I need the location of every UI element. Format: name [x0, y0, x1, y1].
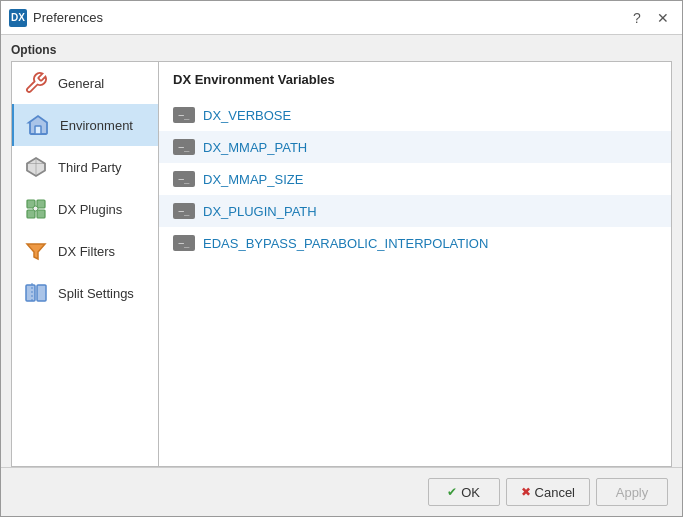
env-name-1: DX_MMAP_PATH — [203, 140, 307, 155]
terminal-icon-1: ‒_ — [173, 139, 195, 155]
sidebar-item-splitsettings[interactable]: Split Settings — [12, 272, 158, 314]
title-bar: DX Preferences ? ✕ — [1, 1, 682, 35]
sidebar-label-thirdparty: Third Party — [58, 160, 122, 175]
cancel-label: Cancel — [535, 485, 575, 500]
title-bar-left: DX Preferences — [9, 9, 103, 27]
terminal-icon-2: ‒_ — [173, 171, 195, 187]
svg-rect-4 — [37, 210, 45, 218]
env-item-3[interactable]: ‒_ DX_PLUGIN_PATH — [159, 195, 671, 227]
sidebar-item-general[interactable]: General — [12, 62, 158, 104]
puzzle-icon — [22, 195, 50, 223]
preferences-dialog: DX Preferences ? ✕ Options General — [0, 0, 683, 517]
dialog-title: Preferences — [33, 10, 103, 25]
env-name-4: EDAS_BYPASS_PARABOLIC_INTERPOLATION — [203, 236, 488, 251]
close-button[interactable]: ✕ — [652, 7, 674, 29]
svg-point-5 — [33, 206, 38, 211]
cancel-icon: ✖ — [521, 485, 531, 499]
main-panel: DX Environment Variables ‒_ DX_VERBOSE ‒… — [159, 61, 672, 467]
help-button[interactable]: ? — [626, 7, 648, 29]
sidebar-item-dxfilters[interactable]: DX Filters — [12, 230, 158, 272]
content-area: General Environment — [1, 61, 682, 467]
sidebar: General Environment — [11, 61, 159, 467]
sidebar-item-environment[interactable]: Environment — [12, 104, 158, 146]
home-icon — [24, 111, 52, 139]
env-item-2[interactable]: ‒_ DX_MMAP_SIZE — [159, 163, 671, 195]
apply-label: Apply — [616, 485, 649, 500]
env-name-0: DX_VERBOSE — [203, 108, 291, 123]
env-name-2: DX_MMAP_SIZE — [203, 172, 303, 187]
title-bar-right: ? ✕ — [626, 7, 674, 29]
split-icon — [22, 279, 50, 307]
terminal-icon-4: ‒_ — [173, 235, 195, 251]
sidebar-label-splitsettings: Split Settings — [58, 286, 134, 301]
ok-button[interactable]: ✔ OK — [428, 478, 500, 506]
options-label: Options — [1, 35, 682, 61]
svg-rect-3 — [27, 210, 35, 218]
sidebar-item-thirdparty[interactable]: Third Party — [12, 146, 158, 188]
sidebar-label-dxplugins: DX Plugins — [58, 202, 122, 217]
terminal-icon-0: ‒_ — [173, 107, 195, 123]
apply-button[interactable]: Apply — [596, 478, 668, 506]
sidebar-label-dxfilters: DX Filters — [58, 244, 115, 259]
svg-rect-8 — [37, 285, 46, 301]
panel-title: DX Environment Variables — [159, 62, 671, 95]
cube-icon — [22, 153, 50, 181]
env-item-0[interactable]: ‒_ DX_VERBOSE — [159, 99, 671, 131]
env-name-3: DX_PLUGIN_PATH — [203, 204, 317, 219]
svg-rect-7 — [26, 285, 35, 301]
filter-icon — [22, 237, 50, 265]
env-item-4[interactable]: ‒_ EDAS_BYPASS_PARABOLIC_INTERPOLATION — [159, 227, 671, 259]
wrench-icon — [22, 69, 50, 97]
ok-icon: ✔ — [447, 485, 457, 499]
svg-marker-6 — [27, 244, 45, 259]
ok-label: OK — [461, 485, 480, 500]
dialog-body: Options General — [1, 35, 682, 467]
env-item-1[interactable]: ‒_ DX_MMAP_PATH — [159, 131, 671, 163]
sidebar-label-environment: Environment — [60, 118, 133, 133]
svg-rect-0 — [35, 126, 41, 134]
cancel-button[interactable]: ✖ Cancel — [506, 478, 590, 506]
sidebar-label-general: General — [58, 76, 104, 91]
env-list: ‒_ DX_VERBOSE ‒_ DX_MMAP_PATH ‒_ — [159, 95, 671, 466]
terminal-icon-3: ‒_ — [173, 203, 195, 219]
app-icon: DX — [9, 9, 27, 27]
dialog-footer: ✔ OK ✖ Cancel Apply — [1, 467, 682, 516]
svg-rect-2 — [37, 200, 45, 208]
sidebar-item-dxplugins[interactable]: DX Plugins — [12, 188, 158, 230]
